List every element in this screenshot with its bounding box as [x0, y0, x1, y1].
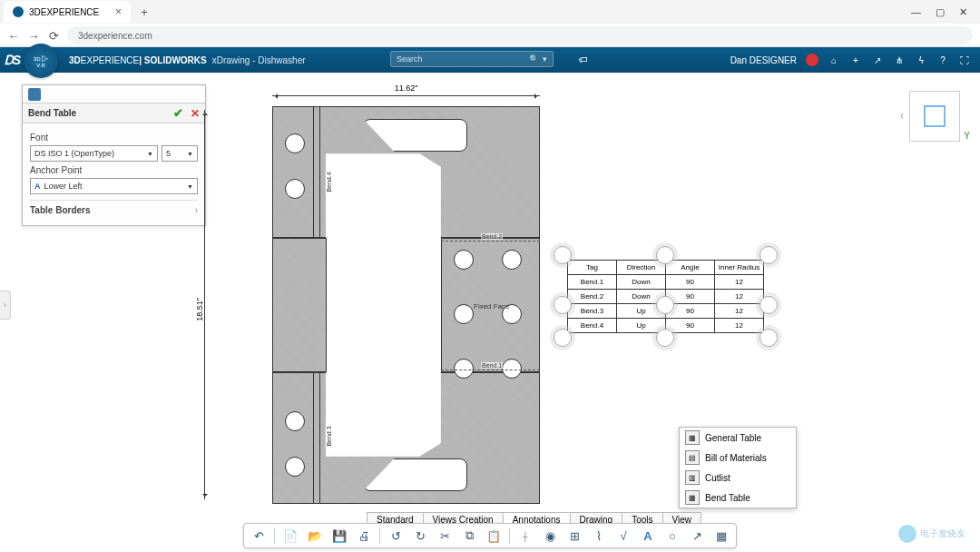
- menu-item-bom[interactable]: ▤Bill of Materials: [680, 448, 796, 468]
- tolerance-icon[interactable]: ⊞: [565, 527, 583, 545]
- confirm-button[interactable]: ✔: [173, 106, 183, 120]
- close-window-button[interactable]: ✕: [959, 6, 967, 18]
- side-expand-handle[interactable]: ›: [0, 291, 11, 320]
- drawing-view[interactable]: 11.62" 18.51" Bend.2 Bend.1 Bend.4 Bend.…: [222, 86, 540, 504]
- address-bar[interactable]: 3dexperience.com: [67, 26, 973, 44]
- address-row: ← → ⟳ 3dexperience.com: [0, 24, 980, 47]
- bend-table-in-canvas[interactable]: Tag Direction Angle Inner Radius Bend.1D…: [567, 260, 764, 333]
- bottom-toolbar: ↶ 📄 📂 💾 🖨 ↺ ↻ ✂ ⧉ 📋 ⟊ ◉ ⊞ ⌇ √ A ○ ↗ ▦: [243, 523, 737, 548]
- resize-handle[interactable]: [760, 296, 778, 314]
- undo-icon[interactable]: ↶: [250, 527, 268, 545]
- fullscreen-icon[interactable]: ⛶: [958, 54, 971, 66]
- font-size-select[interactable]: 5▼: [162, 145, 198, 162]
- browser-tab[interactable]: 3DEXPERIENCE ×: [4, 1, 131, 23]
- col-tag[interactable]: Tag: [568, 261, 617, 275]
- gizmo-collapse-icon[interactable]: ‹: [900, 109, 904, 122]
- text-annotation-icon[interactable]: A: [639, 527, 657, 545]
- window-buttons: — ▢ ✕: [911, 6, 976, 18]
- redo-icon[interactable]: ↻: [411, 527, 429, 545]
- leader-icon[interactable]: ↗: [688, 527, 706, 545]
- tab-title: 3DEXPERIENCE: [29, 7, 99, 17]
- ds-logo-icon[interactable]: ᎠS: [0, 47, 25, 73]
- help-icon[interactable]: ?: [936, 54, 949, 66]
- chevron-down-icon: ▼: [187, 151, 193, 157]
- resize-handle[interactable]: [760, 246, 778, 264]
- share-icon[interactable]: ↗: [871, 54, 884, 66]
- datum-icon[interactable]: ◉: [541, 527, 559, 545]
- doc-title: xDrawing - Dishwasher: [212, 55, 306, 65]
- compass-button[interactable]: 3D ▷ V.R: [24, 44, 58, 78]
- tab-strip: 3DEXPERIENCE × + — ▢ ✕: [0, 0, 980, 24]
- flag-icon[interactable]: ϟ: [915, 54, 927, 66]
- col-angle[interactable]: Angle: [666, 261, 715, 275]
- font-family-select[interactable]: DS ISO 1 (OpenType)▼: [30, 145, 158, 162]
- resize-handle[interactable]: [656, 246, 674, 264]
- url-text: 3dexperience.com: [78, 31, 152, 41]
- save-icon[interactable]: 💾: [330, 527, 348, 545]
- cutlist-icon: ▥: [685, 470, 700, 485]
- search-dropdown-icon[interactable]: ▾: [543, 54, 547, 64]
- resize-handle[interactable]: [554, 296, 572, 314]
- undo2-icon[interactable]: ↺: [387, 527, 405, 545]
- bom-icon: ▤: [685, 450, 700, 465]
- dimension-height[interactable]: 18.51": [195, 110, 213, 499]
- bend-label-3: Bend.3: [326, 425, 332, 447]
- new-tab-button[interactable]: +: [136, 4, 152, 20]
- bend-table-panel: Bend Table ✔ ✕ Font DS ISO 1 (OpenType)▼…: [22, 84, 206, 226]
- app-title: 3DEXPERIENCE | SOLIDWORKS xDrawing - Dis…: [69, 55, 306, 65]
- plus-icon[interactable]: +: [849, 54, 862, 66]
- back-button[interactable]: ←: [7, 29, 20, 43]
- favicon: [13, 6, 24, 17]
- network-icon[interactable]: ⋔: [893, 54, 906, 66]
- print-icon[interactable]: 🖨: [355, 527, 373, 545]
- avatar[interactable]: [806, 54, 818, 66]
- search-input[interactable]: Search 🔍 ▾: [390, 51, 554, 67]
- reload-button[interactable]: ⟳: [47, 29, 60, 43]
- paste-icon[interactable]: 📋: [485, 527, 503, 545]
- cut-icon[interactable]: ✂: [436, 527, 454, 545]
- panel-title: Bend Table: [28, 108, 76, 118]
- col-radius[interactable]: Inner Radius: [715, 261, 764, 275]
- menu-item-cutlist[interactable]: ▥Cutlist: [680, 468, 796, 488]
- resize-handle[interactable]: [554, 329, 572, 347]
- dimension-icon[interactable]: ⟊: [516, 527, 534, 545]
- table-borders-row[interactable]: Table Borders ›: [30, 200, 198, 220]
- view-orientation-gizmo[interactable]: Y: [909, 91, 960, 142]
- home-icon[interactable]: ⌂: [828, 54, 840, 66]
- resize-handle[interactable]: [554, 246, 572, 264]
- menu-item-general-table[interactable]: ▦General Table: [680, 428, 796, 448]
- y-axis-label: Y: [964, 131, 970, 141]
- surface-icon[interactable]: √: [614, 527, 632, 545]
- resize-handle[interactable]: [656, 296, 674, 314]
- chevron-down-icon: ▼: [147, 151, 153, 157]
- anchor-select[interactable]: A Lower Left ▼: [30, 178, 198, 194]
- resize-handle[interactable]: [656, 329, 674, 347]
- open-icon[interactable]: 📂: [306, 527, 324, 545]
- anchor-icon: A: [34, 182, 41, 191]
- table-row: Bend.1Down9012: [568, 275, 764, 290]
- tag-icon[interactable]: 🏷: [577, 53, 590, 65]
- resize-handle[interactable]: [760, 329, 778, 347]
- anchor-label: Anchor Point: [30, 165, 198, 175]
- dimension-width[interactable]: 11.62": [272, 86, 540, 104]
- balloon-icon[interactable]: ○: [663, 527, 681, 545]
- chevron-down-icon: ▼: [187, 183, 193, 190]
- menu-item-bend-table[interactable]: ▦Bend Table: [680, 488, 796, 508]
- close-tab-icon[interactable]: ×: [115, 5, 122, 18]
- weld-icon[interactable]: ⌇: [590, 527, 608, 545]
- bend-table-icon: ▦: [685, 490, 700, 505]
- bend-label-4: Bend.4: [326, 171, 332, 192]
- forward-button[interactable]: →: [27, 29, 40, 43]
- maximize-button[interactable]: ▢: [936, 6, 945, 18]
- panel-header: Bend Table ✔ ✕: [23, 104, 205, 123]
- copy-icon[interactable]: ⧉: [460, 527, 478, 545]
- panel-tab-icon[interactable]: [28, 88, 41, 101]
- table-insert-icon[interactable]: ▦: [712, 527, 730, 545]
- user-name[interactable]: Dan DESIGNER: [730, 55, 797, 65]
- search-placeholder: Search: [397, 54, 423, 64]
- new-doc-icon[interactable]: 📄: [281, 527, 299, 545]
- watermark: 电子发烧友: [898, 525, 965, 543]
- table-icon: ▦: [685, 430, 700, 445]
- minimize-button[interactable]: —: [911, 6, 921, 18]
- col-direction[interactable]: Direction: [617, 261, 666, 275]
